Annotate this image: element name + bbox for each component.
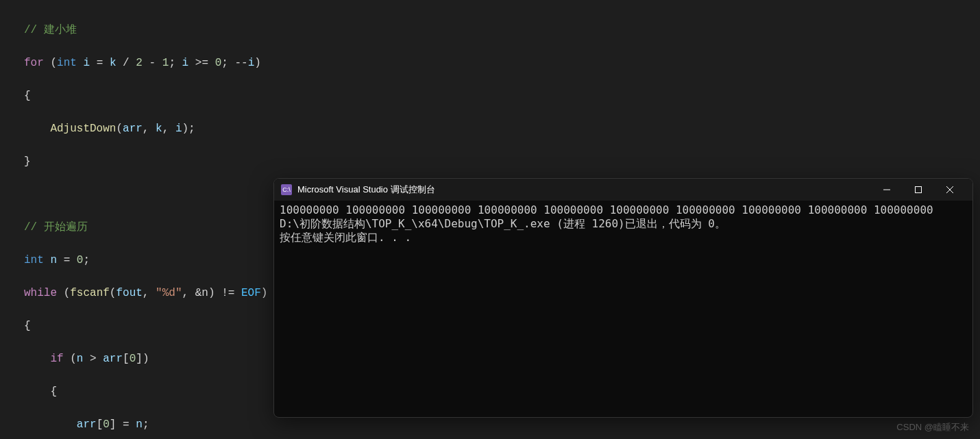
minimize-button[interactable]	[871, 179, 903, 201]
close-icon	[946, 186, 953, 193]
maximize-icon	[915, 186, 922, 193]
svg-rect-1	[916, 187, 922, 193]
console-app-icon: C:\	[281, 184, 292, 195]
comment: // 建小堆	[24, 24, 77, 36]
code-line: }	[24, 153, 980, 170]
code-line: AdjustDown(arr, k, i);	[24, 121, 980, 137]
code-line: // 建小堆	[24, 22, 980, 38]
console-line: 100000000 100000000 100000000 100000000 …	[280, 203, 967, 217]
console-line: 按任意键关闭此窗口. . .	[280, 231, 967, 244]
code-line: arr[0] = n;	[24, 416, 980, 433]
console-output[interactable]: 100000000 100000000 100000000 100000000 …	[274, 201, 972, 247]
console-line: D:\初阶数据结构\TOP_K_\x64\Debug\TOP_K_.exe (进…	[280, 217, 967, 231]
console-title: Microsoft Visual Studio 调试控制台	[297, 184, 871, 196]
code-line: {	[24, 88, 980, 104]
maximize-button[interactable]	[903, 179, 934, 201]
minimize-icon	[883, 186, 890, 193]
console-titlebar[interactable]: C:\ Microsoft Visual Studio 调试控制台	[274, 179, 972, 201]
comment: // 开始遍历	[24, 221, 88, 234]
debug-console-window: C:\ Microsoft Visual Studio 调试控制台 100000…	[273, 178, 973, 418]
code-line: for (int i = k / 2 - 1; i >= 0; --i)	[24, 55, 980, 71]
window-controls	[871, 179, 966, 201]
watermark: CSDN @瞌睡不来	[896, 421, 969, 434]
close-button[interactable]	[934, 179, 966, 201]
